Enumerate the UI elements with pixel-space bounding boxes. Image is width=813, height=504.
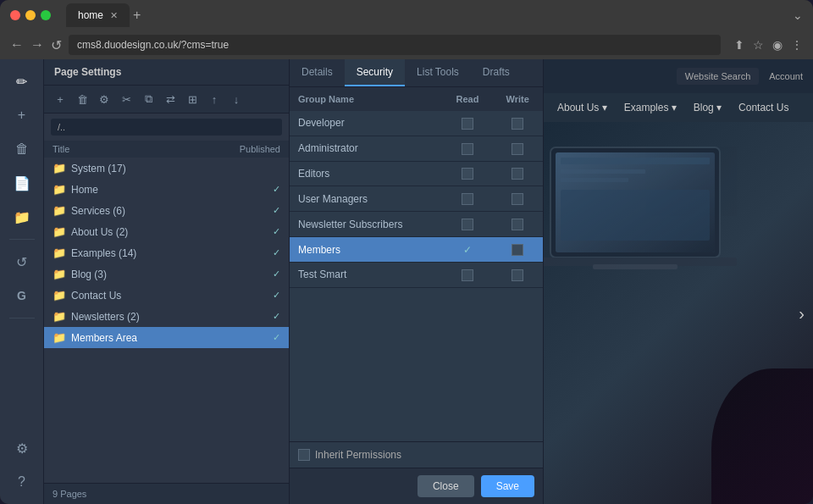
write-checkbox[interactable] (512, 244, 523, 256)
inherit-checkbox[interactable] (298, 449, 310, 461)
website-nav: About Us ▾Examples ▾Blog ▾Contact Us (544, 93, 813, 122)
tab-close-button[interactable]: ✕ (110, 10, 118, 21)
svg-rect-4 (593, 264, 678, 269)
read-cell (442, 161, 492, 186)
website-search-bar[interactable]: Website Search (677, 68, 759, 85)
extensions-icon[interactable]: ◉ (772, 38, 783, 52)
security-row[interactable]: Administrator (290, 136, 543, 161)
published-check: ✓ (273, 290, 280, 301)
maximize-window-button[interactable] (41, 10, 51, 20)
hero-laptop-visual (544, 130, 779, 317)
page-list-item[interactable]: 📁 System (17) (44, 158, 289, 179)
security-row[interactable]: Developer (290, 111, 543, 136)
write-checkbox[interactable] (512, 118, 523, 130)
toolbar-settings-btn[interactable]: ⚙ (95, 90, 113, 108)
browser-controls: ← → ↺ ⬆ ☆ ◉ ⋮ (0, 30, 813, 59)
modal-tabs: DetailsSecurityList ToolsDrafts (290, 59, 543, 87)
page-list-item[interactable]: 📁 Services (6) ✓ (44, 200, 289, 221)
panel-toolbar: + 🗑 ⚙ ✂ ⧉ ⇄ ⊞ ↑ ↓ (44, 86, 289, 114)
sidebar-trash-icon[interactable]: 🗑 (7, 134, 37, 164)
write-checkbox[interactable] (512, 193, 523, 205)
active-tab[interactable]: home ✕ (66, 3, 130, 27)
path-bar: /.. (51, 119, 282, 136)
modal-tab-list-tools[interactable]: List Tools (405, 59, 471, 86)
hero-next-arrow[interactable]: › (799, 303, 805, 323)
sidebar-divider-2 (9, 318, 35, 318)
refresh-button[interactable]: ↺ (51, 37, 62, 53)
read-checkbox[interactable] (462, 143, 473, 155)
browser-titlebar: home ✕ + ⌄ (0, 0, 813, 30)
read-checkbox[interactable] (462, 269, 473, 281)
write-cell (492, 186, 543, 212)
sidebar-settings-icon[interactable]: ⚙ (7, 433, 37, 463)
write-cell (492, 111, 543, 136)
url-bar[interactable] (69, 35, 721, 55)
read-cell (442, 262, 492, 287)
modal-tab-security[interactable]: Security (345, 59, 405, 86)
sidebar-document-icon[interactable]: 📄 (7, 168, 37, 198)
folder-icon: 📁 (53, 310, 66, 323)
sidebar-help-icon[interactable]: ? (7, 467, 37, 497)
sidebar-edit-icon[interactable]: ✏ (7, 66, 37, 97)
nav-item-about-us[interactable]: About Us ▾ (550, 98, 614, 117)
page-list-item[interactable]: 📁 Members Area ✓ (44, 327, 289, 348)
nav-item-blog[interactable]: Blog ▾ (687, 98, 728, 117)
page-list-item[interactable]: 📁 Contact Us ✓ (44, 285, 289, 306)
browser-menu-icon[interactable]: ⌄ (793, 8, 803, 22)
nav-item-contact-us[interactable]: Contact Us (732, 98, 795, 117)
security-row[interactable]: User Managers (290, 186, 543, 212)
page-list-item[interactable]: 📁 Home ✓ (44, 179, 289, 200)
sidebar-google-icon[interactable]: G (7, 280, 37, 311)
sidebar-divider (9, 239, 35, 240)
read-checkmark: ✓ (463, 244, 472, 256)
page-list-item[interactable]: 📁 About Us (2) ✓ (44, 221, 289, 242)
group-name-cell: User Managers (290, 186, 442, 212)
forward-button[interactable]: → (30, 37, 44, 53)
new-tab-button[interactable]: + (133, 8, 141, 23)
published-check: ✓ (273, 311, 280, 322)
write-checkbox[interactable] (512, 269, 523, 281)
toolbar-paste-btn[interactable]: ⊞ (183, 90, 202, 108)
modal-tab-details[interactable]: Details (290, 59, 345, 86)
toolbar-up-btn[interactable]: ↑ (205, 90, 224, 108)
security-row[interactable]: Newsletter Subscribers (290, 212, 543, 237)
page-list-item[interactable]: 📁 Newsletters (2) ✓ (44, 306, 289, 327)
published-check: ✓ (273, 332, 280, 343)
security-row[interactable]: Test Smart (290, 262, 543, 287)
settings-icon[interactable]: ⋮ (791, 38, 803, 52)
toolbar-add-btn[interactable]: + (51, 90, 69, 108)
sidebar-add-icon[interactable]: + (7, 100, 37, 130)
toolbar-swap-btn[interactable]: ⇄ (161, 90, 180, 108)
write-checkbox[interactable] (512, 168, 523, 180)
page-list-item[interactable]: 📁 Blog (3) ✓ (44, 263, 289, 285)
toolbar-down-btn[interactable]: ↓ (227, 90, 246, 108)
write-checkbox[interactable] (512, 219, 523, 230)
save-button[interactable]: Save (481, 475, 534, 497)
sidebar-folder-icon[interactable]: 📁 (7, 202, 37, 232)
toolbar-copy-btn[interactable]: ⧉ (139, 90, 158, 108)
toolbar-delete-btn[interactable]: 🗑 (73, 90, 91, 108)
read-checkbox[interactable] (462, 168, 473, 180)
share-icon[interactable]: ⬆ (734, 38, 744, 52)
website-account-label[interactable]: Account (769, 71, 803, 81)
write-checkbox[interactable] (512, 143, 523, 155)
published-check: ✓ (273, 247, 280, 258)
bookmark-icon[interactable]: ☆ (753, 38, 764, 52)
back-button[interactable]: ← (10, 37, 24, 53)
close-button[interactable]: Close (418, 475, 474, 497)
minimize-window-button[interactable] (25, 10, 36, 20)
modal-tab-drafts[interactable]: Drafts (471, 59, 522, 86)
page-name: Examples (14) (71, 247, 136, 259)
close-window-button[interactable] (10, 10, 20, 20)
read-checkbox[interactable] (462, 118, 473, 130)
page-list-item[interactable]: 📁 Examples (14) ✓ (44, 242, 289, 263)
security-row[interactable]: Editors (290, 161, 543, 186)
security-row[interactable]: Members ✓ (290, 237, 543, 263)
read-checkbox[interactable] (462, 219, 473, 230)
sidebar-history-icon[interactable]: ↺ (7, 246, 37, 277)
read-checkbox[interactable] (462, 193, 473, 205)
nav-item-examples[interactable]: Examples ▾ (617, 98, 683, 117)
toolbar-cut-btn[interactable]: ✂ (117, 90, 136, 108)
main-content-area: ✏ + 🗑 📄 📁 ↺ G ⚙ ? Page Settings + 🗑 ⚙ ✂ … (0, 59, 813, 504)
page-name: Newsletters (2) (71, 311, 140, 323)
